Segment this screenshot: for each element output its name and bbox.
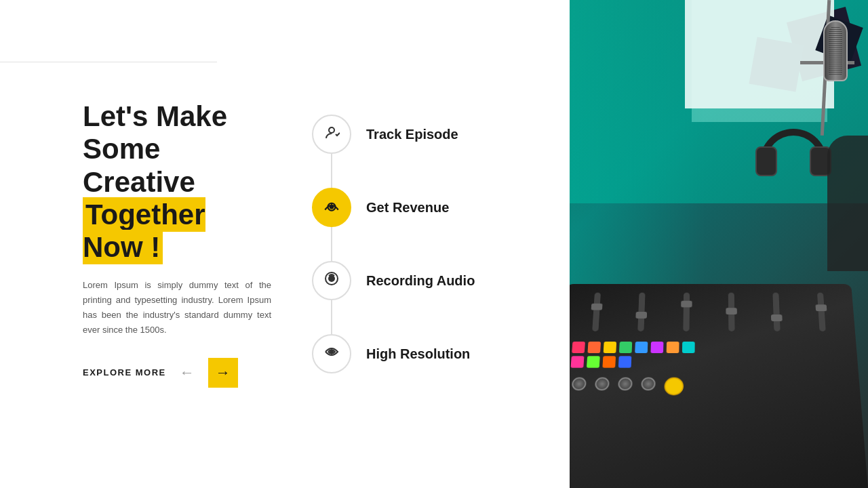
arrow-right-button[interactable]: →	[208, 358, 238, 388]
fader-3	[683, 293, 690, 331]
get-revenue-icon	[323, 197, 340, 218]
pad-11	[602, 356, 616, 367]
headline-highlight: Together Now !	[83, 197, 205, 264]
faders-row	[570, 284, 855, 336]
pad-12	[618, 356, 631, 367]
pad-10	[587, 356, 600, 367]
svg-point-5	[329, 276, 334, 281]
pads-grid	[570, 336, 712, 374]
recording-audio-icon	[323, 270, 340, 291]
explore-row: EXPLORE MORE ← →	[83, 358, 271, 388]
pad-1	[572, 342, 585, 353]
timeline-item-get-revenue: Get Revenue	[312, 188, 449, 227]
knobs-row	[570, 373, 861, 399]
headphone-ear-left	[755, 146, 777, 176]
track-episode-icon-wrap	[312, 115, 351, 154]
headphones-group	[760, 129, 827, 169]
fader-4	[728, 293, 734, 331]
track-episode-icon	[323, 125, 340, 144]
timeline-section: Track Episode Get Revenue	[312, 115, 475, 373]
left-panel: Let's Make Some Creative Together Now ! …	[0, 0, 570, 488]
right-headphone	[827, 136, 868, 271]
fader-cap-6	[815, 304, 827, 311]
knob-2	[595, 378, 610, 390]
fader-1	[592, 293, 601, 331]
pad-5	[635, 342, 648, 353]
high-resolution-icon-wrap	[312, 334, 351, 373]
svg-point-2	[330, 205, 333, 208]
pad-6	[650, 342, 663, 353]
arrow-left-button[interactable]: ←	[174, 360, 200, 386]
high-resolution-label: High Resolution	[366, 346, 470, 362]
fader-cap-5	[770, 314, 782, 321]
fader-cap-3	[681, 301, 692, 308]
connector-1	[331, 154, 332, 188]
high-resolution-icon	[323, 344, 340, 364]
knob-accent	[664, 378, 684, 396]
mixing-console	[570, 284, 868, 488]
svg-point-0	[329, 127, 334, 133]
arrow-left-icon: ←	[180, 364, 195, 382]
explore-label: EXPLORE MORE	[83, 367, 166, 378]
recording-audio-icon-wrap	[312, 261, 351, 300]
recording-audio-label: Recording Audio	[366, 273, 475, 289]
fader-5	[772, 293, 780, 331]
top-divider	[0, 62, 217, 62]
fader-cap-4	[726, 308, 736, 314]
get-revenue-label: Get Revenue	[366, 200, 449, 216]
text-section: Let's Make Some Creative Together Now ! …	[0, 100, 285, 388]
get-revenue-icon-wrap	[312, 188, 351, 227]
fader-6	[817, 293, 826, 331]
knob-4	[641, 378, 655, 390]
knob-3	[618, 378, 633, 390]
light-panel	[685, 0, 834, 108]
fader-2	[637, 293, 645, 331]
pad-7	[667, 342, 679, 353]
fader-cap-1	[591, 304, 602, 310]
pad-9	[571, 356, 585, 367]
headline: Let's Make Some Creative Together Now !	[83, 100, 271, 264]
headline-line1: Let's Make	[83, 100, 227, 132]
connector-2	[331, 227, 332, 261]
headline-line2: Some Creative	[83, 133, 195, 197]
timeline-item-high-resolution: High Resolution	[312, 334, 470, 373]
pad-4	[619, 342, 632, 353]
svg-point-6	[330, 350, 333, 353]
pad-2	[587, 342, 601, 353]
track-episode-label: Track Episode	[366, 127, 458, 142]
connector-3	[331, 300, 332, 334]
pad-3	[604, 342, 616, 353]
studio-background	[570, 0, 868, 488]
description-text: Lorem Ipsum is simply dummy text of the …	[83, 278, 271, 338]
knob-1	[572, 378, 587, 390]
pad-8	[682, 342, 695, 353]
fader-cap-2	[635, 312, 647, 319]
headphone-band	[760, 129, 827, 169]
microphone-head	[823, 20, 848, 81]
right-panel	[570, 0, 868, 488]
arrow-right-icon: →	[216, 364, 231, 382]
timeline-item-recording-audio: Recording Audio	[312, 261, 475, 300]
timeline-item-track-episode: Track Episode	[312, 115, 458, 154]
mic-grille	[829, 26, 842, 76]
